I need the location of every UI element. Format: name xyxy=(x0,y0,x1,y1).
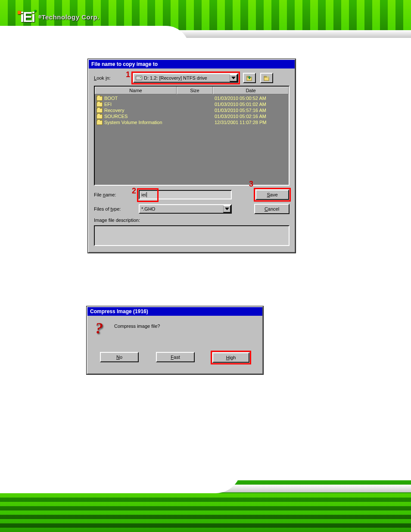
callout-1: 1 xyxy=(126,70,130,79)
footer-curve xyxy=(0,467,241,493)
page-footer-graphic xyxy=(0,480,411,532)
look-in-value: D: 1.2: [Recovery] NTFS drive xyxy=(144,75,207,81)
file-name-label: File name: xyxy=(94,192,135,197)
col-date[interactable]: Date xyxy=(213,87,289,94)
image-desc-label: Image file description: xyxy=(94,218,290,223)
compress-message: Compress image file? xyxy=(114,322,160,329)
highlight-high: High xyxy=(212,352,250,363)
compress-dialog: Compress Image (1916) ? Compress image f… xyxy=(87,306,263,374)
logo-mark: ■iEi■ xyxy=(17,9,35,25)
file-list-body[interactable]: BOOT 01/03/2010 05:00:52 AM EFI 01/03/20… xyxy=(95,94,289,185)
col-size[interactable]: Size xyxy=(177,87,213,94)
list-item[interactable]: EFI 01/03/2010 05:01:02 AM xyxy=(97,101,287,107)
folder-icon xyxy=(97,96,103,101)
chevron-down-icon[interactable] xyxy=(230,74,237,82)
fast-button[interactable]: Fast xyxy=(156,352,195,362)
list-item[interactable]: System Volume Information 12/31/2001 11:… xyxy=(97,119,287,125)
cancel-button[interactable]: Cancel xyxy=(254,204,290,214)
file-name-input[interactable]: iei xyxy=(139,190,232,199)
highlight-save: Save xyxy=(255,189,290,200)
folder-icon xyxy=(97,120,103,125)
list-item[interactable]: BOOT 01/03/2010 05:00:52 AM xyxy=(97,95,287,101)
files-of-type-value: *.GHO xyxy=(140,206,223,212)
list-item[interactable]: SOURCES 01/03/2010 05:02:16 AM xyxy=(97,113,287,119)
image-description-input[interactable] xyxy=(94,225,290,246)
text-cursor xyxy=(146,192,147,197)
callout-2: 2 xyxy=(132,187,136,196)
highlight-lookin: D: 1.2: [Recovery] NTFS drive xyxy=(133,73,239,83)
brand-logo: ■iEi■ ® Technology Corp. xyxy=(17,9,100,25)
callout-3: 3 xyxy=(249,180,253,189)
file-save-dialog: File name to copy image to Look in: 1 D:… xyxy=(88,59,296,253)
file-list-header: Name Size Date xyxy=(95,87,289,94)
dialog-title: File name to copy image to xyxy=(89,60,295,68)
folder-icon xyxy=(97,114,103,119)
svg-rect-3 xyxy=(264,76,266,77)
up-folder-button[interactable] xyxy=(243,73,256,83)
new-folder-button[interactable] xyxy=(260,73,273,83)
files-of-type-label: Files of type: xyxy=(94,206,135,212)
logo-text: Technology Corp. xyxy=(41,13,99,21)
question-icon: ? xyxy=(95,322,110,336)
header-curve-right xyxy=(131,38,411,55)
file-list[interactable]: Name Size Date BOOT 01/03/2010 05:00:52 … xyxy=(94,86,290,186)
no-button[interactable]: No xyxy=(100,352,139,362)
folder-icon xyxy=(97,108,103,113)
look-in-dropdown[interactable]: D: 1.2: [Recovery] NTFS drive xyxy=(133,73,238,83)
compress-dialog-title: Compress Image (1916) xyxy=(87,307,262,316)
drive-icon xyxy=(136,76,142,80)
chevron-down-icon[interactable] xyxy=(223,205,231,213)
high-button[interactable]: High xyxy=(212,352,249,363)
page-header-graphic: ■iEi■ ® Technology Corp. xyxy=(0,0,411,50)
folder-icon xyxy=(97,102,103,107)
col-name[interactable]: Name xyxy=(95,87,177,94)
save-button[interactable]: Save xyxy=(255,190,289,200)
list-item[interactable]: Recovery 01/03/2010 05:57:16 AM xyxy=(97,107,287,113)
file-name-value: iei xyxy=(141,192,146,197)
look-in-label: Look in: xyxy=(94,75,128,81)
files-of-type-dropdown[interactable]: *.GHO xyxy=(139,204,232,214)
